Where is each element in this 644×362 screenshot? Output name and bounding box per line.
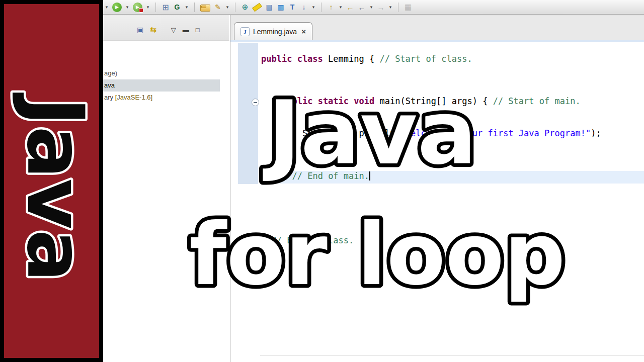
run-dropdown-caret[interactable]: ▾ [105, 2, 109, 12]
code-text: Lemming { [328, 54, 379, 64]
code-keyword: public class [261, 54, 328, 64]
toolbar-icons: ▾▶▾▶▾⊞G▾✎▾⊕▤▥T↓▾↑▾←←▾→▾▦ [105, 2, 412, 12]
code-comment: // Start of main. [493, 96, 581, 106]
toolbar-separator [321, 3, 321, 12]
toolbar-separator [194, 3, 195, 12]
eclipse-window: ▾▶▾▶▾⊞G▾✎▾⊕▤▥T↓▾↑▾←←▾→▾▦ ▣⇆▽▬□ age)avaar… [0, 0, 644, 362]
overlay-subtitle-art: for loop [201, 201, 553, 317]
code-text: ); [591, 128, 601, 138]
side-banner: Java [0, 0, 103, 362]
highlighter-icon[interactable] [252, 3, 262, 12]
tab-close-icon[interactable]: × [301, 27, 306, 36]
type-indicator-icon[interactable]: T [288, 2, 296, 12]
debug-icon[interactable]: ▶ [133, 3, 142, 12]
last-edit-caret[interactable]: ▾ [339, 2, 343, 12]
back-icon[interactable]: ← [358, 2, 366, 12]
toolbar-separator [398, 3, 398, 12]
editor-tabbar: J Lemming.java × [230, 15, 644, 42]
banner-art: Java [4, 4, 99, 358]
tree-item-label: ary [104, 94, 113, 101]
run-config-caret[interactable]: ▾ [125, 2, 129, 12]
editor-bottom-divider [260, 355, 644, 355]
javadoc-icon[interactable]: ▤ [265, 2, 273, 12]
globe-icon[interactable]: ⊕ [241, 2, 249, 12]
forward-caret[interactable]: ▾ [388, 2, 392, 12]
back-to-edit-icon[interactable]: ← [346, 2, 354, 12]
image-icon[interactable]: ▦ [404, 2, 412, 12]
forward-icon[interactable]: → [377, 2, 385, 12]
wand-caret[interactable]: ▾ [225, 2, 229, 12]
new-project-grid-icon[interactable]: ⊞ [162, 2, 170, 12]
tab-lemming-java[interactable]: J Lemming.java × [234, 22, 312, 40]
open-folder-icon[interactable] [200, 5, 210, 12]
last-edit-icon[interactable]: ↑ [327, 2, 335, 12]
banner-java-text: Java [10, 93, 101, 282]
code-line: public class Lemming { // Start of class… [261, 53, 472, 65]
open-type-icon[interactable]: G [173, 2, 181, 12]
toolbar-separator [155, 3, 156, 12]
open-type-caret[interactable]: ▾ [185, 2, 189, 12]
tree-item-label: ava [104, 81, 115, 89]
tree-item-suffix: [JavaSE-1.6] [113, 94, 152, 101]
tab-label: Lemming.java [253, 28, 297, 36]
pulldown-caret[interactable]: ▾ [311, 2, 315, 12]
overlay-title-art: Java [262, 83, 483, 189]
code-comment: // Start of class. [379, 54, 472, 64]
run-icon[interactable]: ▶ [112, 3, 122, 12]
debug-config-caret[interactable]: ▾ [146, 2, 150, 12]
java-file-icon: J [240, 27, 250, 36]
back-caret[interactable]: ▾ [369, 2, 373, 12]
declaration-icon[interactable]: ▥ [277, 2, 285, 12]
tree-item-label: age) [104, 69, 117, 77]
overlay-for-loop-text: for loop [189, 205, 565, 304]
overlay-java-text: Java [263, 82, 476, 184]
toolbar-separator [235, 3, 235, 12]
pulldown-icon[interactable]: ↓ [300, 2, 308, 12]
magic-wand-icon[interactable]: ✎ [214, 2, 222, 12]
